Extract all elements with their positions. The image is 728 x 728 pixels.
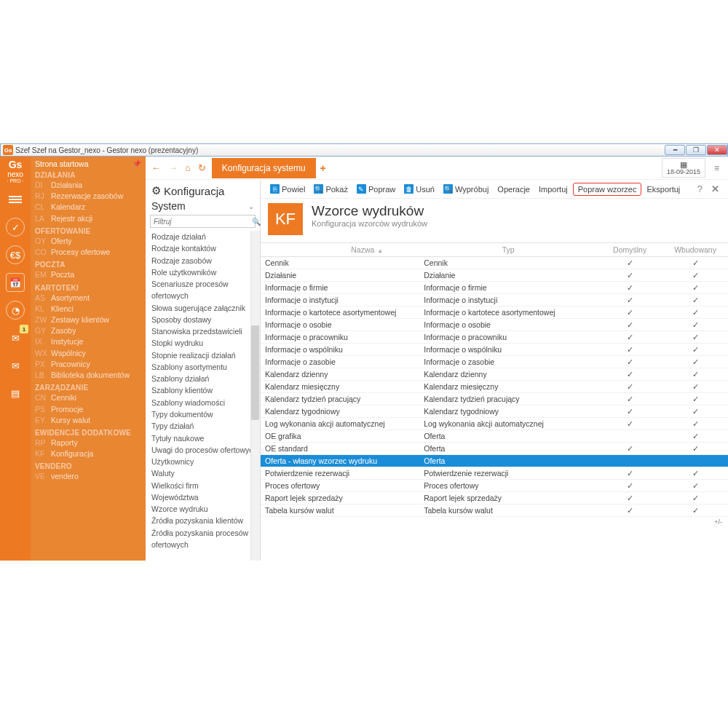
config-list-item[interactable]: Sposoby dostawy — [151, 314, 258, 325]
table-row[interactable]: Kalendarz dziennyKalendarz dzienny✓✓ — [261, 368, 728, 381]
nav-item[interactable]: PXPracownicy — [35, 359, 146, 370]
active-tab[interactable]: Konfiguracja systemu — [212, 158, 316, 178]
nav-start[interactable]: Strona startowa — [35, 159, 146, 168]
nav-refresh-icon[interactable]: ↻ — [197, 162, 207, 173]
col-nazwa[interactable]: Nazwa▲ — [261, 243, 419, 257]
config-list-item[interactable]: Szablony asortymentu — [151, 361, 258, 373]
col-wbudowany[interactable]: Wbudowany — [662, 243, 728, 257]
toolbar-eksportuj[interactable]: Eksportuj — [643, 183, 684, 195]
config-list-item[interactable]: Scenariusze procesów ofertowych — [151, 278, 258, 302]
nav-item[interactable]: EYKursy walut — [35, 415, 146, 426]
config-list-item[interactable]: Rodzaje kontaktów — [151, 242, 258, 254]
nav-item[interactable]: KLKlienci — [35, 304, 146, 314]
nav-item[interactable]: COProcesy ofertowe — [35, 247, 146, 258]
table-row[interactable]: Informacje o pracownikuInformacje o prac… — [261, 331, 728, 344]
col-domyslny[interactable]: Domyślny — [597, 243, 662, 257]
table-row[interactable]: Informacje o wspólnikuInformacje o wspól… — [261, 344, 728, 356]
toolbar-usun[interactable]: 🗑Usuń — [400, 183, 438, 195]
toolbar-popraw[interactable]: ✎Popraw — [353, 183, 399, 195]
config-list-item[interactable]: Tytuły naukowe — [151, 432, 258, 444]
certificate-icon[interactable]: ▤ — [6, 384, 25, 403]
help-icon[interactable]: ? — [693, 183, 707, 194]
nav-back-icon[interactable]: ← — [150, 162, 162, 173]
nav-item[interactable]: LARejestr akcji — [35, 213, 146, 224]
clock-icon[interactable]: ◔ — [6, 301, 25, 320]
scrollbar-thumb[interactable] — [251, 325, 259, 420]
mail-notification-icon[interactable]: ✉ — [6, 328, 25, 347]
table-row[interactable]: Tabela kursów walutTabela kursów walut✓✓ — [261, 505, 728, 517]
toolbar-pokaz[interactable]: 🔍Pokaż — [310, 183, 352, 195]
toolbar-wyprobuj[interactable]: 🔍Wypróbuj — [440, 183, 492, 195]
config-list-item[interactable]: Stopki wydruku — [151, 337, 258, 349]
config-list-item[interactable]: Szablony wiadomości — [151, 397, 258, 408]
nav-item[interactable]: DIDziałania — [35, 180, 146, 191]
toolbar-popraw-wzorzec[interactable]: Popraw wzorzec — [573, 183, 642, 196]
config-list-item[interactable]: Słowa sugerujące załącznik — [151, 302, 258, 314]
nav-item[interactable]: VEvendero — [35, 471, 146, 482]
config-list-item[interactable]: Wielkości firm — [151, 480, 258, 491]
maximize-button[interactable]: ❐ — [686, 145, 706, 155]
nav-forward-icon[interactable]: → — [167, 162, 179, 173]
config-list-item[interactable]: Źródła pozyskania procesów ofertowych — [151, 527, 258, 551]
config-list-item[interactable]: Użytkownicy — [151, 456, 258, 467]
table-row[interactable]: DziałanieDziałanie✓✓ — [261, 269, 728, 282]
table-row[interactable]: Potwierdzenie rezerwacjiPotwierdzenie re… — [261, 467, 728, 480]
scrollbar[interactable] — [250, 231, 260, 561]
table-row[interactable]: Kalendarz tygodniowyKalendarz tygodniowy… — [261, 405, 728, 418]
nav-item[interactable]: ASAsortyment — [35, 293, 146, 304]
toolbar-operacje[interactable]: Operacje — [494, 183, 534, 195]
table-row[interactable]: Informacje o instytucjiInformacje o inst… — [261, 294, 728, 306]
check-icon[interactable]: ✓ — [6, 218, 25, 237]
config-list-item[interactable]: Województwa — [151, 491, 258, 503]
nav-item[interactable]: IXInstytucje — [35, 336, 146, 347]
toolbar-importuj[interactable]: Importuj — [535, 183, 571, 195]
config-search[interactable]: 🔍 — [150, 215, 256, 228]
config-list-item[interactable]: Wzorce wydruku — [151, 503, 258, 515]
config-list-item[interactable]: Typy dokumentów — [151, 408, 258, 420]
config-list-item[interactable]: Waluty — [151, 467, 258, 479]
nav-item[interactable]: WXWspólnicy — [35, 348, 146, 359]
config-list-item[interactable]: Szablony klientów — [151, 384, 258, 396]
config-search-input[interactable] — [151, 218, 249, 226]
nav-item[interactable]: GYZasoby — [35, 325, 146, 336]
table-row[interactable]: OE grafikaOferta✓ — [261, 430, 728, 443]
table-row[interactable]: Raport lejek sprzedażyRaport lejek sprze… — [261, 492, 728, 505]
hamburger-icon[interactable] — [9, 196, 22, 203]
date-picker[interactable]: ▦ 18-09-2015 — [662, 158, 705, 178]
currency-icon[interactable]: €$ — [6, 245, 25, 264]
minimize-button[interactable]: ━ — [665, 145, 685, 155]
config-list-item[interactable]: Typy działań — [151, 420, 258, 432]
add-tab-icon[interactable]: + — [320, 162, 326, 174]
nav-item[interactable]: CLKalendarz — [35, 202, 146, 213]
nav-item[interactable]: KFKonfiguracja — [35, 448, 146, 459]
config-list-item[interactable]: Szablony działań — [151, 373, 258, 384]
grid-footer[interactable]: +/- — [261, 517, 728, 526]
table-row[interactable]: Log wykonania akcji automatycznejLog wyk… — [261, 418, 728, 430]
table-row[interactable]: Oferta - własny wzorzec wydrukuOferta — [261, 455, 728, 467]
nav-item[interactable]: RJRezerwacje zasobów — [35, 191, 146, 202]
nav-item[interactable]: LBBiblioteka dokumentów — [35, 370, 146, 381]
col-typ[interactable]: Typ — [419, 243, 597, 257]
table-row[interactable]: Informacje o kartotece asortymentowejInf… — [261, 306, 728, 319]
table-row[interactable]: Proces ofertowyProces ofertowy✓✓ — [261, 480, 728, 492]
nav-item[interactable]: CNCenniki — [35, 392, 146, 403]
config-list-item[interactable]: Uwagi do procesów ofertowych — [151, 444, 258, 456]
nav-item[interactable]: RPRaporty — [35, 438, 146, 448]
nav-item[interactable]: OYOferty — [35, 236, 146, 247]
config-list-item[interactable]: Rodzaje działań — [151, 231, 258, 242]
calendar-check-icon[interactable]: 📅 — [6, 273, 25, 292]
config-group[interactable]: System ⌄ — [146, 199, 260, 215]
table-row[interactable]: CennikCennik✓✓ — [261, 257, 728, 269]
mail-icon[interactable]: ✉ — [6, 356, 25, 375]
toolbar-powiel[interactable]: ⎘Powiel — [266, 183, 309, 195]
table-row[interactable]: Kalendarz tydzień pracującyKalendarz tyd… — [261, 393, 728, 405]
config-list-item[interactable]: Role użytkowników — [151, 266, 258, 278]
table-row[interactable]: OE standardOferta✓✓ — [261, 443, 728, 455]
pin-icon[interactable]: 📌 — [132, 159, 141, 167]
nav-home-icon[interactable]: ⌂ — [183, 162, 192, 173]
panel-close-icon[interactable]: ✕ — [708, 183, 722, 194]
config-list-item[interactable]: Rodzaje zasobów — [151, 255, 258, 266]
window-close-button[interactable]: ✕ — [707, 145, 727, 155]
table-row[interactable]: Informacje o zasobieInformacje o zasobie… — [261, 356, 728, 368]
table-row[interactable]: Informacje o firmieInformacje o firmie✓✓ — [261, 282, 728, 294]
